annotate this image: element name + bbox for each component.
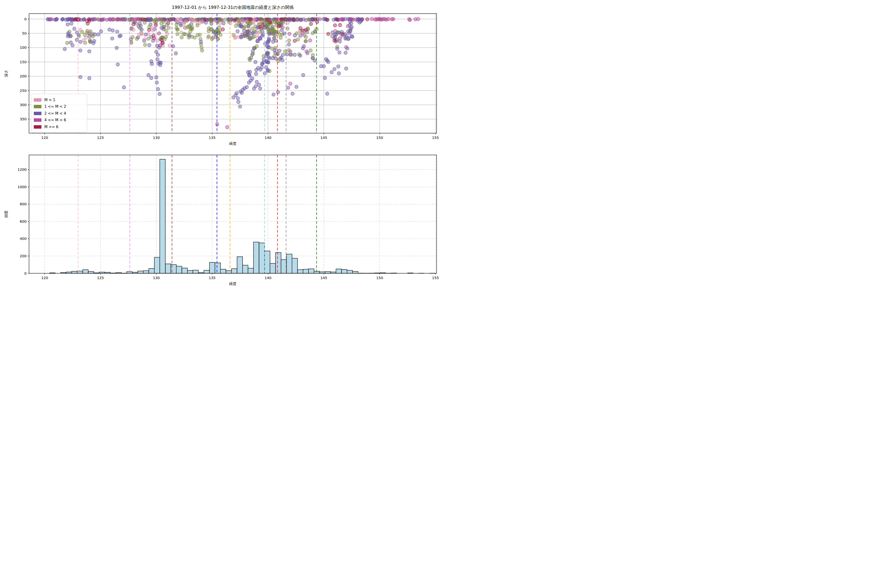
hist-bar <box>352 272 358 273</box>
hist-bar <box>347 270 353 273</box>
scatter-point <box>417 17 420 21</box>
legend-label: M >= 6 <box>44 125 58 129</box>
hist-bar <box>309 269 314 273</box>
scatter-point <box>408 18 412 21</box>
scatter-point <box>164 36 168 39</box>
legend-label: 4 <= M < 6 <box>44 118 66 122</box>
scatter-point <box>387 17 390 21</box>
scatter-point <box>344 37 347 40</box>
hist-bar <box>259 243 265 273</box>
scatter-point <box>166 32 169 36</box>
scatter-ylabel: 深さ <box>4 70 8 77</box>
scatter-point <box>226 126 229 129</box>
scatter-point <box>327 60 330 64</box>
scatter-point <box>289 82 292 86</box>
scatter-point <box>266 46 270 49</box>
hist-bar <box>176 266 182 273</box>
scatter-point <box>267 32 271 36</box>
scatter-point <box>314 30 317 33</box>
scatter-point <box>342 18 345 21</box>
scatter-point <box>262 58 266 61</box>
scatter-point <box>179 22 182 26</box>
scatter-point <box>248 74 251 77</box>
tick-label: 600 <box>20 219 27 224</box>
hist-bar <box>292 258 298 273</box>
scatter-point <box>196 24 199 27</box>
tick-label: 135 <box>209 136 216 140</box>
scatter-point <box>240 91 243 94</box>
scatter-point <box>112 18 115 21</box>
scatter-point <box>88 39 92 42</box>
scatter-point <box>248 70 252 74</box>
scatter-point <box>156 39 159 42</box>
scatter-xlabel: 経度 <box>229 141 236 146</box>
scatter-point <box>176 28 179 32</box>
scatter-point <box>156 87 160 91</box>
scatter-point <box>248 18 252 21</box>
scatter-point <box>218 26 221 29</box>
hist-bar <box>220 269 226 273</box>
tick-label: 125 <box>97 136 104 140</box>
scatter-point <box>143 43 147 46</box>
scatter-point <box>147 28 151 32</box>
scatter-point <box>88 50 91 53</box>
tick-label: 150 <box>376 276 383 280</box>
scatter-point <box>176 32 179 36</box>
scatter-point <box>261 20 265 23</box>
scatter-point <box>326 92 329 95</box>
scatter-point <box>255 33 259 36</box>
scatter-point <box>143 21 147 24</box>
scatter-point <box>70 22 73 25</box>
scatter-point <box>338 40 342 43</box>
scatter-point <box>291 92 294 95</box>
scatter-point <box>345 45 348 49</box>
scatter-point <box>273 36 276 40</box>
hist-bar <box>276 253 281 273</box>
scatter-point <box>296 38 300 41</box>
scatter-point <box>140 28 143 32</box>
tick-label: 350 <box>20 117 27 121</box>
hist-bar <box>138 271 143 273</box>
hist-bar <box>171 265 176 273</box>
hist-bar <box>88 272 94 273</box>
hist-bar <box>154 257 160 273</box>
legend-label: 1 <= M < 2 <box>44 104 66 109</box>
scatter-point <box>152 36 156 40</box>
scatter-point <box>88 34 91 38</box>
scatter-point <box>148 44 151 47</box>
hist-ylabel: 頻度 <box>4 210 8 218</box>
scatter-point <box>245 30 248 33</box>
chart-canvas: 1201251301351401451501550501001502002503… <box>0 0 441 294</box>
scatter-point <box>345 67 348 70</box>
scatter-point <box>258 36 262 40</box>
scatter-point <box>167 26 171 29</box>
tick-label: 100 <box>20 46 27 50</box>
scatter-point <box>111 37 114 40</box>
scatter-point <box>337 65 340 68</box>
hist-bar <box>160 159 165 273</box>
hist-bars <box>50 159 435 273</box>
scatter-point <box>288 32 291 36</box>
scatter-point <box>63 47 66 51</box>
scatter-point <box>86 31 89 34</box>
tick-label: 135 <box>209 276 216 280</box>
tick-label: 50 <box>22 32 27 35</box>
scatter-point <box>221 28 224 31</box>
hist-bar <box>193 270 198 273</box>
scatter-point <box>79 75 82 79</box>
scatter-point <box>219 18 223 22</box>
scatter-point <box>66 23 69 26</box>
scatter-point <box>335 47 339 51</box>
scatter-point <box>165 23 168 26</box>
scatter-point <box>338 37 342 40</box>
tick-label: 1000 <box>18 185 27 189</box>
hist-bar <box>265 251 270 273</box>
scatter-point <box>304 39 307 43</box>
legend-item: M >= 6 <box>34 123 84 130</box>
tick-label: 145 <box>321 276 327 280</box>
tick-label: 400 <box>20 237 27 241</box>
scatter-point <box>137 25 140 28</box>
scatter-point <box>255 39 259 43</box>
tick-label: 145 <box>321 136 327 140</box>
scatter-point <box>248 36 251 39</box>
